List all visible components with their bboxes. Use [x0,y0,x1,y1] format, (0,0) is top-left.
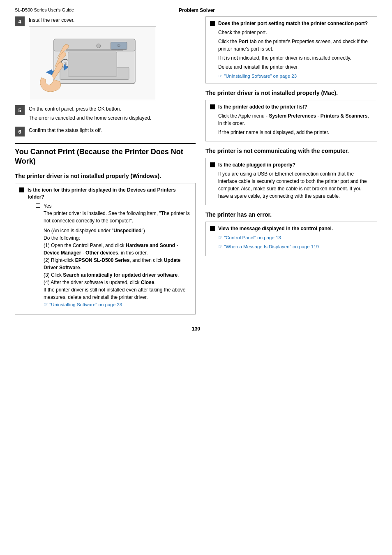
comm-box-title: Is the cable plugged in properly? [218,162,295,169]
error-box-bullet [210,226,215,231]
windows-box-body: Yes The printer driver is installed. See… [19,202,191,308]
step-5-text: On the control panel, press the OK butto… [29,105,196,113]
step-4-content: Install the rear cover. [29,16,196,100]
svg-rect-12 [68,52,117,76]
error-info-box: View the message displayed in the contro… [205,222,377,256]
step-5-content: On the control panel, press the OK butto… [29,105,196,122]
mac-click: Click the Apple menu - System Preference… [218,112,373,127]
step-4-image: ② ① [29,26,156,100]
section-error: The printer has an error. [205,211,377,218]
mac-box-header: Is the printer added to the printer list… [210,104,373,111]
main-layout: 4 Install the rear cover. [15,16,377,318]
printer-illustration: ② ① [29,27,156,100]
svg-text:②: ② [117,44,120,48]
step-5-number: 5 [15,105,25,115]
comm-info-box: Is the cable plugged in properly? If you… [205,158,377,205]
mac-not-displayed: If the printer name is not displayed, ad… [218,129,373,136]
page-number: 130 [15,326,377,332]
port-box-bullet [210,21,215,26]
svg-point-6 [97,44,101,48]
windows-no-step3: (3) Click Search automatically for updat… [44,272,179,278]
windows-no-link[interactable]: ☞ "Uninstalling Software" on page 23 [44,302,122,307]
comm-box-body: If you are using a USB or Ethernet conne… [210,170,373,200]
error-link-1[interactable]: ☞ "Control Panel" on page 13 [218,234,373,241]
windows-no-step1: (1) Open the Control Panel, and click Ha… [44,243,178,256]
section-cannot-print: You Cannot Print (Because the Printer Do… [15,143,196,166]
port-click: Click the Port tab on the printer's Prop… [218,38,373,53]
step-5: 5 On the control panel, press the OK but… [15,105,196,122]
step-6-number: 6 [15,127,25,136]
port-box-body: Check the printer port. Click the Port t… [210,29,373,80]
windows-no-step4: (4) After the driver software is updated… [44,280,156,285]
left-column: 4 Install the rear cover. [15,16,196,318]
windows-no-step2: (2) Right-click EPSON SL-D500 Series, an… [44,257,180,271]
port-reinstall: Delete and reinstall the printer driver. [218,63,373,71]
page-header: SL-D500 Series User's Guide Problem Solv… [15,7,377,13]
section-comm: The printer is not communicating with th… [205,147,377,155]
step-4-number: 4 [15,16,25,26]
port-link[interactable]: ☞ "Uninstalling Software" on page 23 [218,74,297,79]
port-not-indicated: If it is not indicated, the printer driv… [218,54,373,62]
windows-yes-item: Yes The printer driver is installed. See… [28,202,191,224]
header-left: SL-D500 Series User's Guide [15,7,74,12]
step-4-text: Install the rear cover. [29,16,196,24]
comm-text: If you are using a USB or Ethernet conne… [218,170,373,200]
error-box-body: ☞ "Control Panel" on page 13 ☞ "When a M… [210,234,373,251]
port-box-header: Does the printer port setting match the … [210,20,373,27]
step-6-content: Confirm that the status light is off. [29,127,196,134]
port-check: Check the printer port. [218,29,373,36]
windows-no-do: Do the following: [44,235,80,241]
windows-box-header: Is the icon for this printer displayed i… [19,187,191,201]
windows-info-box: Is the icon for this printer displayed i… [15,183,196,314]
port-box-title: Does the printer port setting match the … [218,20,368,27]
windows-no-text: No (An icon is displayed under "Unspecif… [44,227,191,308]
section-mac: The printer driver is not installed prop… [205,89,377,97]
windows-yes-label: Yes [44,203,52,209]
right-column: Does the printer port setting match the … [205,16,377,318]
windows-box-bullet [19,187,24,192]
mac-box-body: Click the Apple menu - System Preference… [210,112,373,136]
step-6: 6 Confirm that the status light is off. [15,127,196,136]
error-box-header: View the message displayed in the contro… [210,225,373,232]
windows-yes-checkbox [36,203,40,208]
step-4: 4 Install the rear cover. [15,16,196,100]
header-center: Problem Solver [74,7,320,13]
error-box-title: View the message displayed in the contro… [218,225,333,232]
windows-box-title: Is the icon for this printer displayed i… [28,187,191,201]
windows-no-label: No (An icon is displayed under "Unspecif… [44,228,145,234]
error-link-2[interactable]: ☞ "When a Message Is Displayed" on page … [218,243,373,250]
step-6-text: Confirm that the status light is off. [29,127,196,134]
step-5-subtext: The error is canceled and the home scree… [29,114,196,122]
comm-box-header: Is the cable plugged in properly? [210,162,373,169]
mac-info-box: Is the printer added to the printer list… [205,100,377,141]
section-windows: The printer driver is not installed prop… [15,172,196,180]
windows-no-item: No (An icon is displayed under "Unspecif… [28,227,191,308]
windows-yes-desc: The printer driver is installed. See the… [44,210,190,224]
windows-no-fallback: If the printer driver is still not insta… [44,287,186,300]
windows-no-checkbox [36,228,40,232]
port-info-box: Does the printer port setting match the … [205,16,377,83]
mac-box-title: Is the printer added to the printer list… [218,104,307,111]
mac-box-bullet [210,104,215,109]
comm-box-bullet [210,162,215,167]
windows-yes-text: Yes The printer driver is installed. See… [44,202,191,224]
